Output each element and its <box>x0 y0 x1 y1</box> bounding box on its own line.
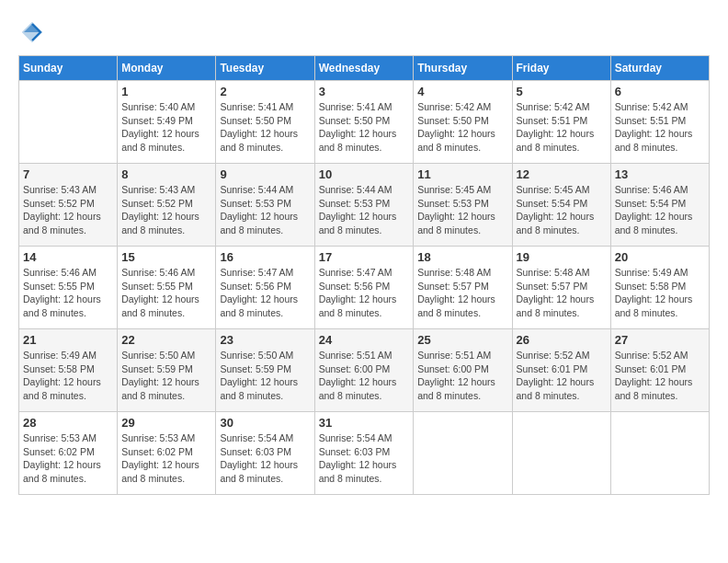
day-of-week-wednesday: Wednesday <box>314 56 414 81</box>
day-info: Sunrise: 5:47 AM Sunset: 5:56 PM Dayligh… <box>220 266 310 320</box>
calendar-week-2: 7Sunrise: 5:43 AM Sunset: 5:52 PM Daylig… <box>19 164 710 247</box>
calendar-cell: 22Sunrise: 5:50 AM Sunset: 5:59 PM Dayli… <box>118 329 216 412</box>
day-number: 22 <box>121 333 211 347</box>
calendar-cell: 24Sunrise: 5:51 AM Sunset: 6:00 PM Dayli… <box>314 329 414 412</box>
calendar-week-3: 14Sunrise: 5:46 AM Sunset: 5:55 PM Dayli… <box>19 247 710 329</box>
calendar-cell: 27Sunrise: 5:52 AM Sunset: 6:01 PM Dayli… <box>610 329 709 412</box>
day-info: Sunrise: 5:43 AM Sunset: 5:52 PM Dayligh… <box>23 183 113 237</box>
calendar-cell: 20Sunrise: 5:49 AM Sunset: 5:58 PM Dayli… <box>610 247 709 329</box>
calendar-cell: 19Sunrise: 5:48 AM Sunset: 5:57 PM Dayli… <box>512 247 610 329</box>
calendar-cell: 30Sunrise: 5:54 AM Sunset: 6:03 PM Dayli… <box>216 412 314 495</box>
calendar-cell: 23Sunrise: 5:50 AM Sunset: 5:59 PM Dayli… <box>216 329 314 412</box>
calendar-cell: 2Sunrise: 5:41 AM Sunset: 5:50 PM Daylig… <box>216 81 314 164</box>
day-number: 2 <box>220 85 310 98</box>
calendar-cell: 14Sunrise: 5:46 AM Sunset: 5:55 PM Dayli… <box>19 247 118 329</box>
page-header <box>18 18 710 46</box>
day-number: 15 <box>121 250 211 264</box>
calendar-cell: 3Sunrise: 5:41 AM Sunset: 5:50 PM Daylig… <box>314 81 414 164</box>
day-number: 4 <box>417 85 507 98</box>
day-info: Sunrise: 5:48 AM Sunset: 5:57 PM Dayligh… <box>417 266 507 320</box>
calendar-cell: 28Sunrise: 5:53 AM Sunset: 6:02 PM Dayli… <box>19 412 118 495</box>
calendar-cell: 15Sunrise: 5:46 AM Sunset: 5:55 PM Dayli… <box>118 247 216 329</box>
calendar-cell: 31Sunrise: 5:54 AM Sunset: 6:03 PM Dayli… <box>314 412 414 495</box>
calendar-cell: 5Sunrise: 5:42 AM Sunset: 5:51 PM Daylig… <box>512 81 610 164</box>
calendar-cell: 17Sunrise: 5:47 AM Sunset: 5:56 PM Dayli… <box>314 247 414 329</box>
day-info: Sunrise: 5:53 AM Sunset: 6:02 PM Dayligh… <box>23 431 113 486</box>
day-info: Sunrise: 5:52 AM Sunset: 6:01 PM Dayligh… <box>615 349 705 403</box>
day-number: 19 <box>517 250 607 264</box>
day-info: Sunrise: 5:45 AM Sunset: 5:53 PM Dayligh… <box>417 183 507 237</box>
logo-icon <box>18 18 46 46</box>
calendar-cell: 4Sunrise: 5:42 AM Sunset: 5:50 PM Daylig… <box>414 81 512 164</box>
day-number: 27 <box>615 333 705 347</box>
calendar-table: SundayMondayTuesdayWednesdayThursdayFrid… <box>18 55 710 495</box>
calendar-cell: 25Sunrise: 5:51 AM Sunset: 6:00 PM Dayli… <box>414 329 512 412</box>
day-info: Sunrise: 5:42 AM Sunset: 5:51 PM Dayligh… <box>517 100 607 155</box>
day-of-week-sunday: Sunday <box>19 56 118 81</box>
day-number: 13 <box>615 167 705 181</box>
day-number: 1 <box>121 85 211 98</box>
day-info: Sunrise: 5:49 AM Sunset: 5:58 PM Dayligh… <box>23 349 113 403</box>
day-number: 12 <box>517 167 607 181</box>
day-of-week-saturday: Saturday <box>610 56 709 81</box>
day-number: 23 <box>220 333 310 347</box>
calendar-cell: 18Sunrise: 5:48 AM Sunset: 5:57 PM Dayli… <box>414 247 512 329</box>
day-number: 31 <box>319 416 410 430</box>
calendar-cell: 13Sunrise: 5:46 AM Sunset: 5:54 PM Dayli… <box>610 164 709 247</box>
calendar-cell <box>512 412 610 495</box>
day-info: Sunrise: 5:51 AM Sunset: 6:00 PM Dayligh… <box>417 349 507 403</box>
calendar-header-row: SundayMondayTuesdayWednesdayThursdayFrid… <box>19 56 710 81</box>
day-number: 21 <box>23 333 113 347</box>
day-number: 14 <box>23 250 113 264</box>
calendar-cell: 9Sunrise: 5:44 AM Sunset: 5:53 PM Daylig… <box>216 164 314 247</box>
day-number: 24 <box>319 333 410 347</box>
day-number: 16 <box>220 250 310 264</box>
day-number: 7 <box>23 167 113 181</box>
day-info: Sunrise: 5:49 AM Sunset: 5:58 PM Dayligh… <box>615 266 705 320</box>
day-info: Sunrise: 5:42 AM Sunset: 5:51 PM Dayligh… <box>615 100 705 155</box>
calendar-cell: 8Sunrise: 5:43 AM Sunset: 5:52 PM Daylig… <box>118 164 216 247</box>
day-info: Sunrise: 5:41 AM Sunset: 5:50 PM Dayligh… <box>319 100 410 155</box>
calendar-cell: 10Sunrise: 5:44 AM Sunset: 5:53 PM Dayli… <box>314 164 414 247</box>
day-number: 30 <box>220 416 310 430</box>
day-number: 26 <box>517 333 607 347</box>
day-of-week-thursday: Thursday <box>414 56 512 81</box>
day-info: Sunrise: 5:44 AM Sunset: 5:53 PM Dayligh… <box>220 183 310 237</box>
day-info: Sunrise: 5:46 AM Sunset: 5:54 PM Dayligh… <box>615 183 705 237</box>
day-number: 5 <box>517 85 607 98</box>
day-info: Sunrise: 5:51 AM Sunset: 6:00 PM Dayligh… <box>319 349 410 403</box>
logo <box>18 18 50 46</box>
calendar-cell <box>414 412 512 495</box>
day-info: Sunrise: 5:43 AM Sunset: 5:52 PM Dayligh… <box>121 183 211 237</box>
day-number: 11 <box>417 167 507 181</box>
calendar-week-5: 28Sunrise: 5:53 AM Sunset: 6:02 PM Dayli… <box>19 412 710 495</box>
day-number: 25 <box>417 333 507 347</box>
calendar-cell: 1Sunrise: 5:40 AM Sunset: 5:49 PM Daylig… <box>118 81 216 164</box>
day-info: Sunrise: 5:50 AM Sunset: 5:59 PM Dayligh… <box>220 349 310 403</box>
calendar-week-4: 21Sunrise: 5:49 AM Sunset: 5:58 PM Dayli… <box>19 329 710 412</box>
day-info: Sunrise: 5:48 AM Sunset: 5:57 PM Dayligh… <box>517 266 607 320</box>
calendar-cell <box>19 81 118 164</box>
day-info: Sunrise: 5:45 AM Sunset: 5:54 PM Dayligh… <box>517 183 607 237</box>
calendar-cell: 26Sunrise: 5:52 AM Sunset: 6:01 PM Dayli… <box>512 329 610 412</box>
calendar-cell: 6Sunrise: 5:42 AM Sunset: 5:51 PM Daylig… <box>610 81 709 164</box>
calendar-week-1: 1Sunrise: 5:40 AM Sunset: 5:49 PM Daylig… <box>19 81 710 164</box>
day-number: 18 <box>417 250 507 264</box>
day-number: 8 <box>121 167 211 181</box>
day-info: Sunrise: 5:54 AM Sunset: 6:03 PM Dayligh… <box>220 431 310 486</box>
calendar-cell: 12Sunrise: 5:45 AM Sunset: 5:54 PM Dayli… <box>512 164 610 247</box>
day-info: Sunrise: 5:46 AM Sunset: 5:55 PM Dayligh… <box>121 266 211 320</box>
day-info: Sunrise: 5:42 AM Sunset: 5:50 PM Dayligh… <box>417 100 507 155</box>
calendar-cell: 7Sunrise: 5:43 AM Sunset: 5:52 PM Daylig… <box>19 164 118 247</box>
day-info: Sunrise: 5:54 AM Sunset: 6:03 PM Dayligh… <box>319 431 410 486</box>
day-info: Sunrise: 5:47 AM Sunset: 5:56 PM Dayligh… <box>319 266 410 320</box>
day-info: Sunrise: 5:46 AM Sunset: 5:55 PM Dayligh… <box>23 266 113 320</box>
day-info: Sunrise: 5:40 AM Sunset: 5:49 PM Dayligh… <box>121 100 211 155</box>
calendar-cell: 21Sunrise: 5:49 AM Sunset: 5:58 PM Dayli… <box>19 329 118 412</box>
day-number: 28 <box>23 416 113 430</box>
day-info: Sunrise: 5:53 AM Sunset: 6:02 PM Dayligh… <box>121 431 211 486</box>
day-number: 6 <box>615 85 705 98</box>
day-number: 17 <box>319 250 410 264</box>
day-info: Sunrise: 5:44 AM Sunset: 5:53 PM Dayligh… <box>319 183 410 237</box>
calendar-cell: 16Sunrise: 5:47 AM Sunset: 5:56 PM Dayli… <box>216 247 314 329</box>
